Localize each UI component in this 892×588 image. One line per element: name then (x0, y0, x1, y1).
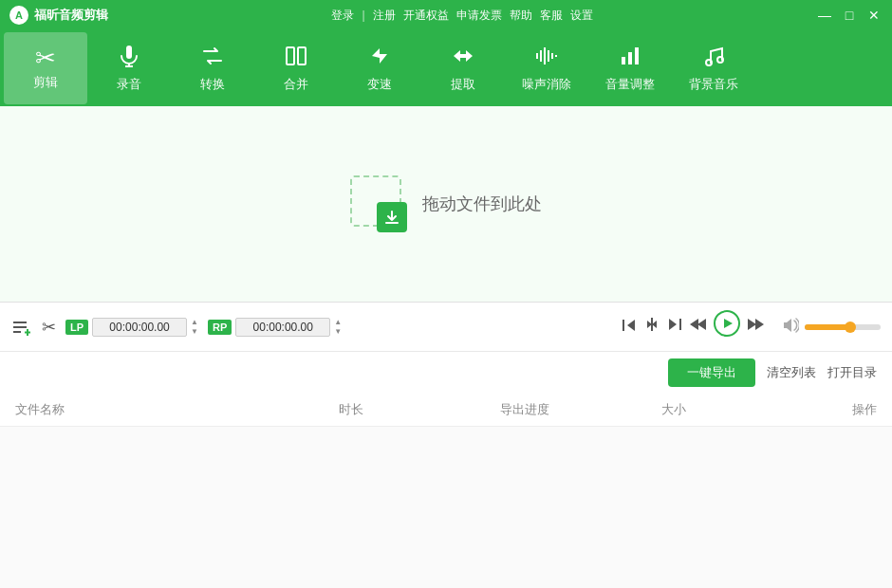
svg-rect-11 (622, 57, 625, 64)
nav-sep1: | (362, 9, 364, 22)
nav-service[interactable]: 客服 (540, 8, 563, 24)
toolbar-item-speed[interactable]: 变速 (338, 32, 421, 104)
toolbar-item-denoise[interactable]: 噪声消除 (505, 32, 588, 104)
lp-time-input[interactable] (92, 318, 187, 337)
to-start-button[interactable] (621, 317, 638, 338)
maximize-button[interactable]: □ (841, 8, 858, 23)
rp-label: RP (208, 320, 232, 335)
rp-stepper[interactable]: ▲ ▼ (334, 318, 342, 336)
bgmusic-icon (701, 44, 726, 72)
nav-register[interactable]: 注册 (373, 8, 396, 24)
filelist-header: 文件名称 时长 导出进度 大小 操作 (0, 393, 892, 427)
window-controls: — □ ✕ (816, 8, 883, 23)
toolbar-label-speed: 变速 (367, 76, 392, 93)
svg-rect-0 (126, 46, 132, 59)
lp-down[interactable]: ▼ (191, 327, 198, 337)
dropzone[interactable]: 拖动文件到此处 (0, 106, 892, 302)
lp-stepper[interactable]: ▲ ▼ (191, 318, 198, 336)
svg-point-15 (717, 57, 723, 63)
col-header-size: 大小 (661, 401, 770, 418)
titlebar: A 福昕音频剪辑 登录 | 注册 开通权益 申请发票 帮助 客服 设置 — □ … (0, 0, 892, 30)
toolbar-label-cut: 剪辑 (33, 74, 58, 91)
rp-down[interactable]: ▼ (334, 327, 342, 337)
filelist-body (0, 427, 892, 588)
add-button[interactable] (11, 317, 32, 338)
convert-icon (200, 44, 225, 72)
toolbar-label-volume-adjust: 音量调整 (605, 76, 655, 93)
extract-icon (451, 44, 475, 72)
export-button[interactable]: 一键导出 (668, 358, 755, 387)
toolbar-label-denoise: 噪声消除 (522, 76, 571, 93)
nav-premium[interactable]: 开通权益 (403, 8, 449, 24)
svg-point-14 (706, 60, 712, 65)
toolbar-item-record[interactable]: 录音 (87, 32, 171, 104)
actionbar: 一键导出 清空列表 打开目录 (0, 351, 892, 393)
filelist: 文件名称 时长 导出进度 大小 操作 (0, 393, 892, 588)
nav-settings[interactable]: 设置 (570, 8, 593, 24)
app-title: 福昕音频剪辑 (34, 7, 108, 24)
svg-rect-12 (628, 52, 632, 64)
app-title-area: A 福昕音频剪辑 (9, 6, 108, 25)
center-button[interactable] (643, 316, 660, 338)
play-button[interactable] (714, 310, 740, 343)
toolbar-label-bgmusic: 背景音乐 (689, 76, 738, 93)
rewind-button[interactable] (689, 316, 708, 338)
main-area: 拖动文件到此处 ✂ LP ▲ ▼ RP (0, 106, 892, 588)
toolbar-item-convert[interactable]: 转换 (171, 32, 254, 104)
volume-icon[interactable] (782, 318, 799, 337)
drop-text: 拖动文件到此处 (422, 193, 542, 215)
denoise-icon (534, 44, 559, 72)
rp-up[interactable]: ▲ (334, 318, 342, 327)
volume-control (782, 318, 881, 337)
col-header-progress: 导出进度 (500, 401, 661, 418)
open-dir-button[interactable]: 打开目录 (827, 364, 877, 381)
toolbar-label-convert: 转换 (200, 76, 225, 93)
nav-links: 登录 | 注册 开通权益 申请发票 帮助 客服 设置 (331, 8, 592, 24)
toolbar: ✂ 剪辑 录音 转换 合并 (0, 30, 892, 106)
col-header-name: 文件名称 (15, 401, 339, 418)
nav-help[interactable]: 帮助 (510, 8, 532, 24)
svg-rect-4 (298, 47, 306, 64)
rp-time-group: RP ▲ ▼ (208, 318, 342, 337)
drop-icon-arrow (377, 202, 407, 232)
toolbar-item-bgmusic[interactable]: 背景音乐 (672, 32, 755, 104)
cut-icon: ✂ (35, 46, 56, 70)
svg-rect-3 (287, 47, 294, 64)
toolbar-label-merge: 合并 (284, 76, 308, 93)
fast-forward-button[interactable] (746, 316, 765, 338)
lp-label: LP (65, 320, 88, 335)
toolbar-item-volume-adjust[interactable]: 音量调整 (588, 32, 672, 104)
transport-controls (621, 310, 765, 343)
rp-time-input[interactable] (235, 318, 330, 337)
svg-rect-13 (635, 47, 639, 64)
toolbar-item-merge[interactable]: 合并 (254, 32, 338, 104)
volume-adjust-icon (618, 44, 642, 72)
merge-icon (284, 44, 308, 72)
record-icon (117, 44, 141, 72)
toolbar-label-record: 录音 (117, 76, 141, 93)
volume-fill (805, 324, 850, 330)
col-header-duration: 时长 (339, 401, 500, 418)
volume-thumb (845, 322, 856, 333)
app-logo: A (9, 6, 28, 25)
scissors-button[interactable]: ✂ (42, 317, 56, 338)
lp-up[interactable]: ▲ (191, 318, 198, 327)
close-button[interactable]: ✕ (865, 8, 883, 23)
toolbar-item-extract[interactable]: 提取 (421, 32, 505, 104)
logo-char: A (15, 9, 23, 21)
toolbar-item-cut[interactable]: ✂ 剪辑 (4, 32, 87, 104)
minimize-button[interactable]: — (816, 8, 833, 23)
toolbar-label-extract: 提取 (451, 76, 475, 93)
nav-invoice[interactable]: 申请发票 (456, 8, 502, 24)
to-end-button[interactable] (666, 316, 683, 338)
lp-time-group: LP ▲ ▼ (65, 318, 198, 337)
clear-list-button[interactable]: 清空列表 (767, 364, 816, 381)
speed-icon (367, 44, 392, 72)
drop-icon (350, 175, 407, 232)
controls-bar: ✂ LP ▲ ▼ RP ▲ ▼ (0, 302, 892, 351)
col-header-actions: 操作 (770, 401, 878, 418)
nav-login[interactable]: 登录 (331, 8, 354, 24)
volume-slider[interactable] (805, 324, 881, 330)
